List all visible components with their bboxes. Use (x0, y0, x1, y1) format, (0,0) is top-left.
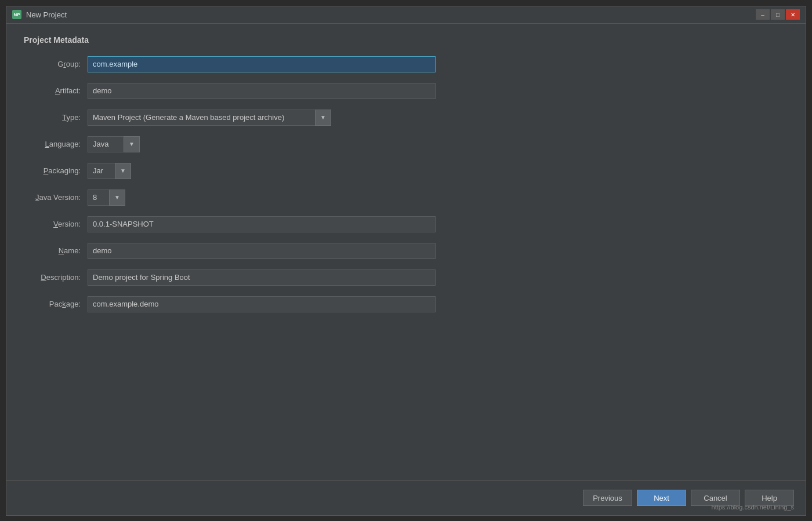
java-version-label: Java Version: (24, 193, 88, 202)
name-input[interactable] (88, 243, 436, 259)
title-bar: NP New Project – □ ✕ (6, 6, 806, 24)
language-select-wrapper: Java Kotlin Groovy ▼ (88, 136, 140, 152)
type-row: Type: Maven Project (Generate a Maven ba… (24, 110, 788, 126)
next-button[interactable]: Next (637, 490, 686, 506)
description-row: Description: (24, 269, 788, 286)
group-row: Group: (24, 56, 788, 72)
artifact-row: Artifact: (24, 83, 788, 99)
package-row: Package: (24, 296, 788, 312)
dialog-footer: Previous Next Cancel Help (6, 480, 806, 515)
description-input[interactable] (88, 269, 436, 286)
language-select[interactable]: Java Kotlin Groovy (88, 136, 140, 152)
packaging-label: Packaging: (24, 166, 88, 175)
name-label: Name: (24, 246, 88, 255)
footer-url: https://blog.csdn.net/Lining_s (712, 504, 794, 511)
title-bar-controls: – □ ✕ (756, 9, 800, 20)
version-input[interactable] (88, 216, 436, 232)
package-input[interactable] (88, 296, 436, 312)
dialog-title: New Project (26, 10, 67, 19)
close-button[interactable]: ✕ (786, 9, 800, 20)
artifact-input[interactable] (88, 83, 436, 99)
language-label: Language: (24, 140, 88, 148)
packaging-select-wrapper: Jar War ▼ (88, 163, 131, 179)
app-icon: NP (12, 10, 21, 19)
name-row: Name: (24, 243, 788, 259)
new-project-dialog: NP New Project – □ ✕ Project Metadata Gr… (6, 6, 806, 516)
group-input[interactable] (88, 56, 436, 72)
version-row: Version: (24, 216, 788, 232)
dialog-content: Project Metadata Group: Artifact: Type: … (6, 24, 806, 480)
previous-button[interactable]: Previous (583, 490, 632, 506)
java-version-select[interactable]: 8 11 17 (88, 190, 125, 206)
restore-button[interactable]: □ (771, 9, 785, 20)
package-label: Package: (24, 300, 88, 308)
language-row: Language: Java Kotlin Groovy ▼ (24, 136, 788, 152)
type-label: Type: (24, 113, 88, 122)
packaging-row: Packaging: Jar War ▼ (24, 163, 788, 179)
description-label: Description: (24, 273, 88, 282)
type-select[interactable]: Maven Project (Generate a Maven based pr… (88, 110, 331, 126)
type-select-wrapper: Maven Project (Generate a Maven based pr… (88, 110, 331, 126)
version-label: Version: (24, 220, 88, 228)
java-version-row: Java Version: 8 11 17 ▼ (24, 190, 788, 206)
title-bar-left: NP New Project (12, 10, 67, 19)
group-label: Group: (24, 60, 88, 68)
artifact-label: Artifact: (24, 86, 88, 95)
section-title: Project Metadata (24, 35, 788, 45)
java-version-select-wrapper: 8 11 17 ▼ (88, 190, 125, 206)
packaging-select[interactable]: Jar War (88, 163, 131, 179)
minimize-button[interactable]: – (756, 9, 770, 20)
